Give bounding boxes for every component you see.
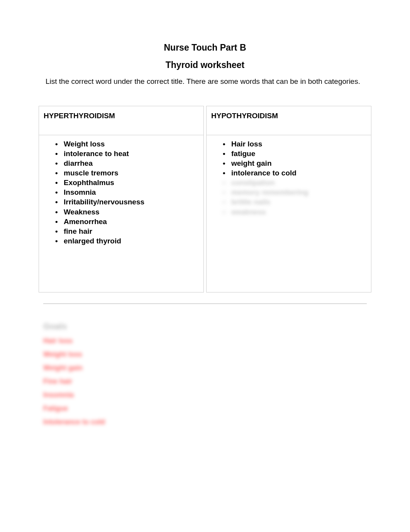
- section-divider: [43, 303, 367, 304]
- goals-item: Hair loss: [43, 337, 371, 345]
- worksheet-table: HYPERTHYROIDISM Weight loss intolerance …: [39, 106, 371, 292]
- goals-header: Goals: [43, 321, 371, 331]
- column-body-left: Weight loss intolerance to heat diarrhea…: [39, 135, 203, 292]
- list-item: diarrhea: [55, 158, 197, 168]
- goals-item: Fatigue: [43, 405, 371, 413]
- list-item: Weakness: [55, 207, 197, 217]
- list-item-blurred: brittle nails: [223, 197, 364, 207]
- list-item: weight gain: [223, 158, 364, 168]
- goals-list: Hair loss Weight loss Weight gain Fine h…: [43, 337, 371, 426]
- list-item: fine hair: [55, 226, 197, 236]
- goals-item: Weight gain: [43, 364, 371, 372]
- list-item: muscle tremors: [55, 168, 197, 178]
- column-header-left: HYPERTHYROIDISM: [39, 106, 203, 135]
- list-item: intolerance to cold: [223, 168, 364, 178]
- list-item: intolerance to heat: [55, 149, 197, 158]
- list-item: Irritability/nervousness: [55, 197, 197, 207]
- column-hypothyroidism: HYPOTHYROIDISM Hair loss fatigue weight …: [206, 106, 371, 292]
- list-item: Exophthalmus: [55, 178, 197, 187]
- goals-item: Weight loss: [43, 350, 371, 359]
- column-body-right: Hair loss fatigue weight gain intoleranc…: [207, 135, 371, 286]
- goals-item: Intolerance to cold: [43, 418, 371, 426]
- list-item: Weight loss: [55, 139, 197, 149]
- list-item: Hair loss: [223, 139, 364, 149]
- instructions-text: List the correct word under the correct …: [46, 77, 371, 86]
- list-item-blurred: constipation: [223, 178, 364, 187]
- goals-item: Insomnia: [43, 391, 371, 399]
- column-header-right: HYPOTHYROIDISM: [207, 106, 371, 135]
- list-item: Amenorrhea: [55, 217, 197, 226]
- list-item: Insomnia: [55, 187, 197, 197]
- page-title-main: Nurse Touch Part B: [39, 42, 371, 53]
- list-item: fatigue: [223, 149, 364, 158]
- page-title-sub: Thyroid worksheet: [39, 60, 371, 70]
- column-hyperthyroidism: HYPERTHYROIDISM Weight loss intolerance …: [39, 106, 204, 292]
- goals-item: Fine hair: [43, 377, 371, 386]
- list-item-blurred: weakness: [223, 207, 364, 217]
- list-item-blurred: memory remembering: [223, 187, 364, 197]
- list-item: enlarged thyroid: [55, 236, 197, 246]
